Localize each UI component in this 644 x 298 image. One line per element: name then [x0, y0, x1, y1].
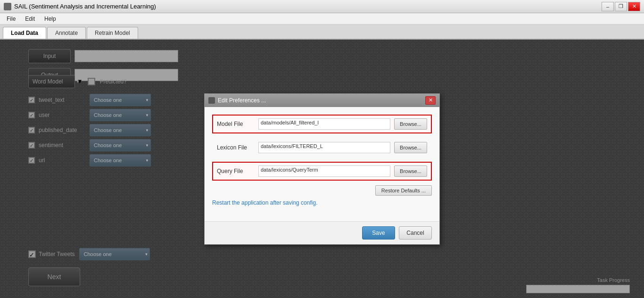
- modal-body: Model File data/models/All_filtered_l Br…: [205, 107, 439, 221]
- lexicon-file-path[interactable]: data/lexicons/FILTERED_L: [258, 142, 390, 153]
- lexicon-file-label: Lexicon File: [217, 144, 255, 151]
- model-file-row: Model File data/models/All_filtered_l Br…: [212, 115, 432, 133]
- restore-button[interactable]: ❐: [615, 2, 627, 11]
- modal-title-bar: Edit Preferences ... ✕: [205, 94, 439, 107]
- modal-close-button[interactable]: ✕: [425, 96, 436, 105]
- menu-edit[interactable]: Edit: [20, 15, 40, 23]
- lexicon-file-row: Lexicon File data/lexicons/FILTERED_L Br…: [212, 138, 432, 157]
- modal-overlay: Edit Preferences ... ✕ Model File data/m…: [0, 40, 644, 298]
- modal-title: Edit Preferences ...: [218, 97, 266, 104]
- main-content: Input Output Word Model ▼ Predicted? ✓ t…: [0, 40, 644, 298]
- title-bar: SAIL (Sentiment Analysis and Incremental…: [0, 0, 644, 13]
- model-browse-button[interactable]: Browse...: [394, 118, 427, 130]
- query-file-row: Query File data/lexicons/QueryTerm Brows…: [212, 162, 432, 181]
- save-button[interactable]: Save: [362, 226, 395, 240]
- tab-annotate[interactable]: Annotate: [47, 27, 86, 39]
- cancel-button[interactable]: Cancel: [399, 226, 432, 240]
- restart-text: Restart the application after saving con…: [212, 199, 432, 206]
- modal-footer: Save Cancel: [205, 221, 439, 244]
- query-file-path[interactable]: data/lexicons/QueryTerm: [258, 166, 390, 177]
- menu-help[interactable]: Help: [40, 15, 61, 23]
- tab-retrain-model[interactable]: Retrain Model: [87, 27, 138, 39]
- title-bar-title: SAIL (Sentiment Analysis and Incremental…: [14, 3, 156, 10]
- close-button[interactable]: ✕: [628, 2, 640, 11]
- lexicon-browse-button[interactable]: Browse...: [394, 142, 427, 153]
- query-browse-button[interactable]: Browse...: [394, 166, 427, 177]
- minimize-button[interactable]: –: [602, 2, 614, 11]
- restore-row: Restore Defaults ...: [212, 185, 432, 196]
- edit-preferences-modal: Edit Preferences ... ✕ Model File data/m…: [204, 93, 440, 245]
- query-file-label: Query File: [217, 168, 255, 174]
- model-file-path[interactable]: data/models/All_filtered_l: [258, 118, 390, 130]
- menu-file[interactable]: File: [2, 15, 20, 23]
- modal-icon: [208, 97, 215, 104]
- restore-defaults-button[interactable]: Restore Defaults ...: [375, 185, 432, 196]
- tab-load-data[interactable]: Load Data: [3, 27, 46, 39]
- app-icon: [4, 3, 11, 10]
- model-file-label: Model File: [217, 121, 255, 127]
- tab-bar: Load Data Annotate Retrain Model: [0, 25, 644, 40]
- menu-bar: File Edit Help: [0, 13, 644, 25]
